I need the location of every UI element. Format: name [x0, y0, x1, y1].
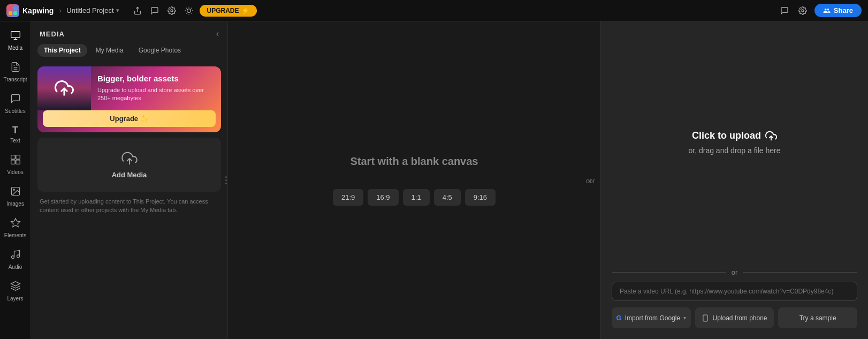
sidebar-tabs: This Project My Media Google Photos	[31, 44, 227, 62]
comments-icon-btn[interactable]	[778, 4, 791, 17]
upgrade-card: Bigger, bolder assets Upgrade to upload …	[37, 66, 221, 132]
project-chevron: ▾	[116, 7, 119, 14]
sidebar-item-videos[interactable]: Videos	[2, 150, 29, 179]
upload-or-row: or	[601, 263, 868, 282]
transcript-nav-label: Transcript	[3, 77, 27, 82]
sidebar-close-button[interactable]: ‹	[216, 29, 219, 39]
svg-point-14	[802, 10, 804, 12]
phone-icon	[702, 314, 709, 322]
blank-canvas-label: Start with a blank canvas	[351, 155, 478, 168]
videos-nav-label: Videos	[7, 169, 23, 175]
resize-handle[interactable]	[224, 21, 227, 339]
upload-panel: Click to upload or, drag and drop a file…	[600, 21, 868, 339]
transcript-icon	[10, 62, 21, 75]
sidebar-item-media[interactable]: Media	[2, 26, 29, 55]
aspect-btn-21-9[interactable]: 21:9	[333, 189, 363, 206]
upgrade-card-desc: Upgrade to upload and store assets over …	[97, 86, 215, 103]
canvas-area: Start with a blank canvas 21:9 16:9 1:1 …	[228, 21, 868, 339]
project-name[interactable]: Untitled Project ▾	[66, 6, 119, 14]
import-google-button[interactable]: G Import from Google ▾	[612, 307, 691, 328]
tab-google-photos[interactable]: Google Photos	[132, 44, 187, 57]
svg-rect-1	[13, 6, 17, 10]
svg-line-12	[186, 13, 186, 13]
brand-name: Kapwing	[22, 6, 54, 15]
sidebar-item-subtitles[interactable]: Subtitles	[2, 89, 29, 118]
sidebar-item-text[interactable]: T Text	[2, 120, 29, 148]
images-icon	[10, 186, 21, 199]
sidebar-item-transcript[interactable]: Transcript	[2, 57, 29, 87]
subtitles-nav-label: Subtitles	[5, 108, 25, 114]
svg-line-8	[186, 7, 186, 8]
videos-icon	[10, 154, 21, 168]
sidebar-item-layers[interactable]: Layers	[2, 276, 29, 306]
audio-icon	[10, 249, 21, 262]
svg-line-9	[191, 13, 192, 13]
share-button[interactable]: Share	[814, 4, 862, 17]
sidebar-item-elements[interactable]: Elements	[2, 213, 29, 243]
share-icon-btn[interactable]	[131, 4, 144, 17]
aspect-btn-9-16[interactable]: 9:16	[465, 189, 496, 206]
sidebar-item-images[interactable]: Images	[2, 182, 29, 211]
topbar-settings-icon-btn[interactable]	[796, 4, 809, 17]
main-layout: Media Transcript Subtitles T Text Videos	[0, 21, 868, 339]
theme-icon-btn[interactable]	[182, 4, 195, 17]
media-nav-label: Media	[8, 45, 22, 51]
subtitles-icon	[10, 93, 21, 107]
svg-point-25	[11, 256, 14, 259]
upgrade-card-title: Bigger, bolder assets	[97, 74, 215, 83]
sidebar-title: MEDIA	[40, 30, 65, 38]
tab-my-media[interactable]: My Media	[89, 44, 130, 57]
text-icon: T	[12, 125, 18, 136]
sidebar-header: MEDIA ‹	[31, 21, 227, 44]
elements-icon	[10, 217, 21, 231]
aspect-btn-16-9[interactable]: 16:9	[368, 189, 398, 206]
svg-rect-0	[9, 6, 12, 10]
kapwing-logo	[6, 4, 19, 17]
google-icon: G	[616, 314, 622, 322]
sidebar-item-audio[interactable]: Audio	[2, 245, 29, 274]
sidebar-content: Bigger, bolder assets Upgrade to upload …	[31, 62, 227, 339]
breadcrumb-chevron: ›	[59, 7, 61, 14]
svg-point-5	[187, 9, 191, 12]
left-nav: Media Transcript Subtitles T Text Videos	[0, 21, 31, 339]
add-media-icon	[121, 150, 138, 167]
upload-drop-subtitle: or, drag and drop a file here	[688, 146, 780, 155]
svg-line-13	[191, 7, 192, 8]
svg-rect-20	[11, 160, 15, 164]
upgrade-button[interactable]: UPGRADE ⚡	[200, 5, 257, 17]
svg-rect-21	[16, 160, 20, 164]
svg-rect-15	[11, 32, 20, 38]
topbar: Kapwing › Untitled Project ▾ UPGRADE ⚡	[0, 0, 868, 21]
sidebar-hint: Get started by uploading content to This…	[37, 197, 221, 215]
url-input[interactable]	[612, 282, 857, 301]
settings-icon-btn[interactable]	[165, 4, 178, 17]
svg-rect-18	[11, 155, 15, 160]
upload-drop-title: Click to upload	[692, 130, 777, 142]
import-google-chevron: ▾	[683, 315, 686, 321]
layers-icon	[10, 281, 21, 294]
comment-icon-btn[interactable]	[148, 4, 161, 17]
upload-actions: G Import from Google ▾ Upload from phone…	[601, 307, 868, 339]
upload-icon	[765, 130, 777, 142]
aspect-ratio-row: 21:9 16:9 1:1 4:5 9:16	[333, 189, 496, 206]
svg-marker-24	[11, 219, 20, 227]
add-media-label: Add Media	[112, 171, 147, 179]
svg-point-4	[171, 10, 173, 12]
tab-this-project[interactable]: This Project	[37, 44, 87, 57]
sidebar: MEDIA ‹ This Project My Media Google Pho…	[31, 21, 228, 339]
logo-area: Kapwing	[6, 4, 54, 17]
upgrade-card-image	[37, 66, 91, 110]
upgrade-card-text: Bigger, bolder assets Upgrade to upload …	[91, 66, 221, 110]
upgrade-card-button[interactable]: Upgrade ✨	[43, 110, 216, 127]
upload-drop-zone[interactable]: Click to upload or, drag and drop a file…	[601, 21, 868, 263]
topbar-actions: UPGRADE ⚡	[131, 4, 257, 17]
aspect-btn-1-1[interactable]: 1:1	[403, 189, 430, 206]
text-nav-label: Text	[10, 138, 20, 144]
svg-point-26	[17, 255, 19, 258]
add-media-area[interactable]: Add Media	[37, 138, 221, 192]
topbar-right: Share	[778, 4, 862, 17]
try-sample-button[interactable]: Try a sample	[778, 307, 857, 328]
svg-point-23	[13, 189, 14, 191]
aspect-btn-4-5[interactable]: 4:5	[434, 189, 461, 206]
upload-phone-button[interactable]: Upload from phone	[695, 307, 774, 328]
